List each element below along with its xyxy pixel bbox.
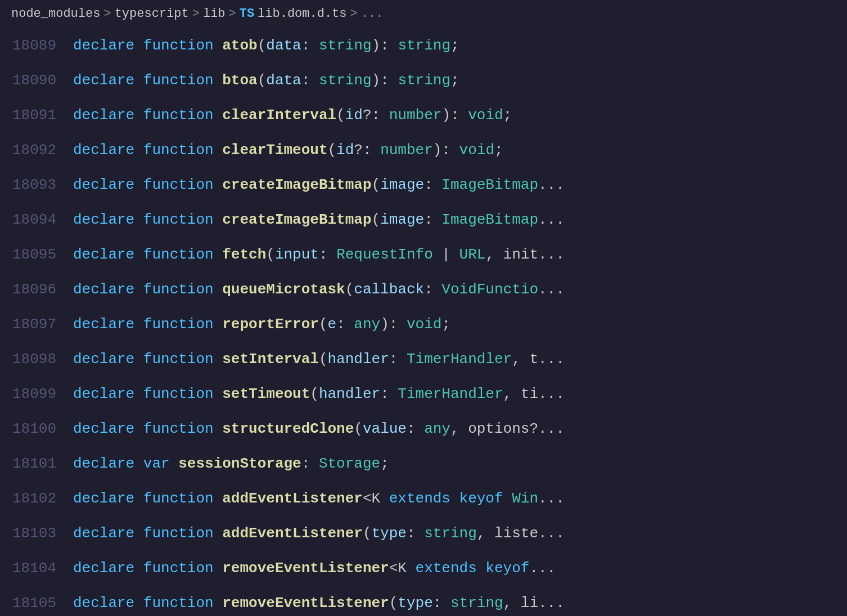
code-line[interactable]: 18092declare function clearTimeout(id?: … — [0, 133, 847, 167]
breadcrumb-filename[interactable]: lib.dom.d.ts — [258, 7, 346, 21]
code-content: declare var sessionStorage: Storage; — [73, 455, 847, 472]
line-number: 18095 — [0, 246, 73, 263]
line-number: 18094 — [0, 211, 73, 228]
code-content: declare function removeEventListener<K e… — [73, 560, 847, 577]
breadcrumb-sep-2: > — [192, 7, 200, 21]
code-line[interactable]: 18098declare function setInterval(handle… — [0, 342, 847, 377]
breadcrumb-node-modules[interactable]: node_modules — [11, 7, 100, 21]
code-line[interactable]: 18093declare function createImageBitmap(… — [0, 167, 847, 202]
breadcrumb-ellipsis: ... — [361, 7, 384, 21]
code-line[interactable]: 18105declare function removeEventListene… — [0, 586, 847, 616]
code-content: declare function structuredClone(value: … — [73, 420, 847, 437]
code-content: declare function addEventListener(type: … — [73, 525, 847, 542]
code-line[interactable]: 18102declare function addEventListener<K… — [0, 481, 847, 516]
code-content: declare function reportError(e: any): vo… — [73, 316, 847, 333]
code-content: declare function queueMicrotask(callback… — [73, 281, 847, 298]
line-number: 18096 — [0, 281, 73, 298]
breadcrumb-ts-badge: TS — [240, 7, 254, 21]
breadcrumb-sep-4: > — [350, 7, 358, 21]
line-number: 18092 — [0, 142, 73, 158]
breadcrumb-typescript[interactable]: typescript — [115, 7, 189, 21]
code-content: declare function clearInterval(id?: numb… — [73, 107, 847, 124]
code-line[interactable]: 18097declare function reportError(e: any… — [0, 307, 847, 342]
line-number: 18102 — [0, 490, 73, 507]
line-number: 18103 — [0, 525, 73, 542]
line-number: 18101 — [0, 455, 73, 472]
code-content: declare function setTimeout(handler: Tim… — [73, 386, 847, 402]
line-number: 18099 — [0, 386, 73, 402]
code-content: declare function createImageBitmap(image… — [73, 211, 847, 228]
breadcrumb-sep-3: > — [228, 7, 236, 21]
code-content: declare function btoa(data: string): str… — [73, 72, 847, 89]
code-line[interactable]: 18099declare function setTimeout(handler… — [0, 377, 847, 411]
code-line[interactable]: 18100declare function structuredClone(va… — [0, 411, 847, 446]
code-content: declare function fetch(input: RequestInf… — [73, 246, 847, 263]
code-content: declare function addEventListener<K exte… — [73, 490, 847, 507]
line-number: 18091 — [0, 107, 73, 124]
code-line[interactable]: 18090declare function btoa(data: string)… — [0, 63, 847, 98]
breadcrumb-lib[interactable]: lib — [203, 7, 226, 21]
breadcrumb-bar: node_modules > typescript > lib > TS lib… — [0, 0, 847, 28]
line-number: 18097 — [0, 316, 73, 333]
code-line[interactable]: 18094declare function createImageBitmap(… — [0, 202, 847, 237]
code-area: 18089declare function atob(data: string)… — [0, 28, 847, 616]
code-line[interactable]: 18095declare function fetch(input: Reque… — [0, 237, 847, 272]
code-line[interactable]: 18101declare var sessionStorage: Storage… — [0, 446, 847, 481]
line-number: 18105 — [0, 595, 73, 612]
line-number: 18100 — [0, 420, 73, 437]
code-line[interactable]: 18104declare function removeEventListene… — [0, 551, 847, 586]
code-line[interactable]: 18089declare function atob(data: string)… — [0, 28, 847, 63]
code-content: declare function atob(data: string): str… — [73, 37, 847, 54]
code-content: declare function setInterval(handler: Ti… — [73, 351, 847, 368]
code-content: declare function removeEventListener(typ… — [73, 595, 847, 612]
breadcrumb-sep-1: > — [103, 7, 111, 21]
line-number: 18093 — [0, 176, 73, 193]
code-line[interactable]: 18091declare function clearInterval(id?:… — [0, 98, 847, 133]
line-number: 18098 — [0, 351, 73, 368]
line-number: 18089 — [0, 37, 73, 54]
code-line[interactable]: 18096declare function queueMicrotask(cal… — [0, 272, 847, 307]
code-content: declare function createImageBitmap(image… — [73, 176, 847, 193]
code-line[interactable]: 18103declare function addEventListener(t… — [0, 516, 847, 551]
line-number: 18104 — [0, 560, 73, 577]
code-content: declare function clearTimeout(id?: numbe… — [73, 142, 847, 158]
line-number: 18090 — [0, 72, 73, 89]
